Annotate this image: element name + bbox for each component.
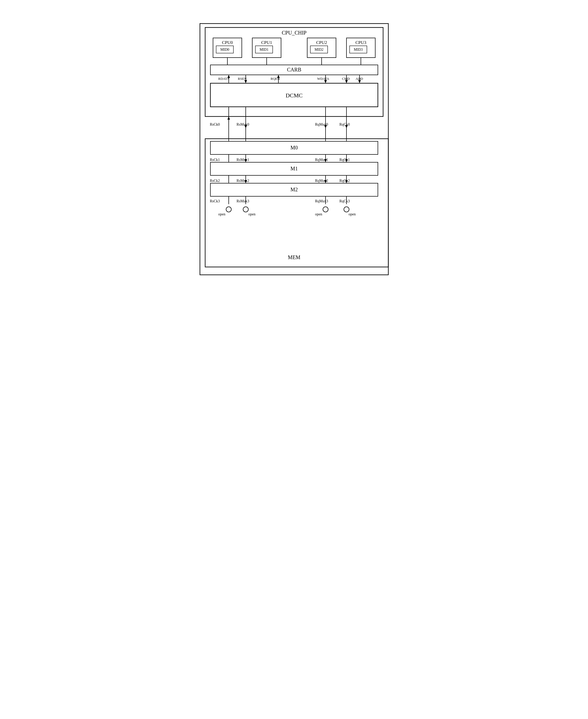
rqck1-label: RqCk1 [339, 158, 350, 162]
m0-label: M0 [291, 145, 298, 150]
rqmux3-label: RqMux3 [315, 199, 328, 203]
rsck1-label: RsCk1 [210, 158, 220, 162]
diagram-container: CPU_CHIP CPU0 MID0 CPU1 MID1 CPU2 MID2 C… [197, 21, 391, 278]
m1-label: M1 [291, 166, 298, 171]
svg-rect-43 [205, 139, 388, 267]
cpu-chip-label: CPU_CHIP [281, 30, 306, 36]
rsck3-label: RsCk3 [210, 199, 220, 203]
open-circle-rqmux3 [323, 207, 328, 212]
carb-label: CARB [287, 67, 301, 73]
page: CPU_CHIP CPU0 MID0 CPU1 MID1 CPU2 MID2 C… [187, 5, 401, 288]
m2-label: M2 [291, 187, 298, 192]
open-circle-rsck3 [226, 207, 231, 212]
mem-label: MEM [288, 254, 300, 260]
rqmux1-label: RqMux1 [315, 158, 328, 162]
rsck2-label: RsCk2 [210, 179, 220, 183]
rdata-label: RDATA [218, 77, 230, 81]
cpu0-label: CPU0 [222, 40, 233, 45]
rqen-label: RQEN [271, 77, 280, 81]
rsck0-label: RsCk0 [210, 123, 220, 126]
rqmux2-label: RqMux2 [315, 179, 328, 183]
rsmux2-label: RsMux2 [236, 179, 249, 183]
mid1-label: MID1 [259, 48, 268, 52]
diagram-svg: CPU_CHIP CPU0 MID0 CPU1 MID1 CPU2 MID2 C… [197, 21, 391, 278]
rsmux3-label: RsMux3 [236, 199, 249, 203]
mid3-label: MID3 [354, 48, 362, 52]
cmd-label: CMD [342, 77, 350, 81]
cpu1-label: CPU1 [261, 40, 272, 45]
cpu2-label: CPU2 [316, 40, 327, 45]
open-label-4: open [349, 212, 356, 216]
rqmux0-label: RqMux0 [315, 123, 328, 126]
rqck2-label: RqCk2 [339, 179, 350, 183]
dcmc-label: DCMC [286, 92, 302, 99]
svg-marker-69 [227, 117, 230, 120]
rqck0-label: RqCk0 [339, 123, 350, 126]
rsen-label: RSEN [238, 77, 247, 81]
open-circle-rsmux3 [243, 207, 248, 212]
open-label-1: open [218, 212, 225, 216]
rsmux0-label: RsMux0 [236, 123, 249, 126]
open-label-3: open [315, 212, 322, 216]
add-label: ADD [356, 77, 363, 81]
open-label-2: open [248, 212, 255, 216]
rsmux1-label: RsMux1 [236, 158, 249, 162]
wdata-label: WDATA [317, 77, 330, 81]
cpu3-label: CPU3 [355, 40, 366, 45]
open-circle-rqck3 [344, 207, 349, 212]
mid0-label: MID0 [220, 48, 229, 52]
rqck3-label: RqCk3 [339, 199, 350, 203]
mid2-label: MID2 [314, 48, 323, 52]
